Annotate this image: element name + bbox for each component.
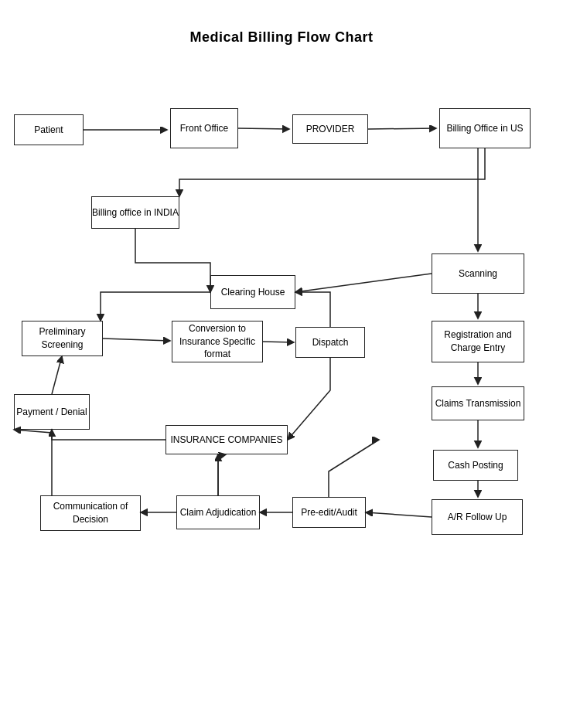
svg-line-12 [52, 356, 62, 394]
box-conversion: Conversion to Insurance Specific format [172, 321, 263, 362]
svg-line-2 [238, 128, 289, 129]
box-dispatch: Dispatch [295, 327, 365, 358]
box-scanning: Scanning [432, 253, 524, 294]
box-cash: Cash Posting [433, 450, 518, 481]
flowchart: Medical Billing Flow Chart Patient Front… [0, 0, 563, 728]
box-payment: Payment / Denial [14, 394, 90, 430]
box-provider: PROVIDER [292, 114, 368, 144]
box-ar: A/R Follow Up [432, 499, 523, 535]
box-communication: Communication of Decision [40, 495, 141, 531]
box-claim-adj: Claim Adjudication [176, 495, 260, 529]
svg-line-9 [366, 512, 432, 517]
svg-line-15 [295, 274, 432, 292]
box-insurance: INSURANCE COMPANIES [165, 425, 288, 454]
svg-line-14 [263, 342, 294, 342]
box-billing-india: Billing office in INDIA [91, 196, 179, 229]
box-clearing-house: Clearing House [210, 275, 295, 309]
box-pre-edit: Pre-edit/Audit [292, 497, 366, 528]
svg-line-13 [103, 338, 170, 341]
box-claims: Claims Transmission [432, 386, 524, 420]
box-registration: Registration and Charge Entry [432, 321, 524, 362]
svg-line-3 [368, 128, 436, 129]
box-billing-us: Billing Office in US [439, 108, 531, 148]
box-front-office: Front Office [170, 108, 238, 148]
box-patient: Patient [14, 114, 84, 145]
box-preliminary: Preliminary Screening [22, 321, 103, 356]
page-title: Medical Billing Flow Chart [0, 0, 563, 46]
